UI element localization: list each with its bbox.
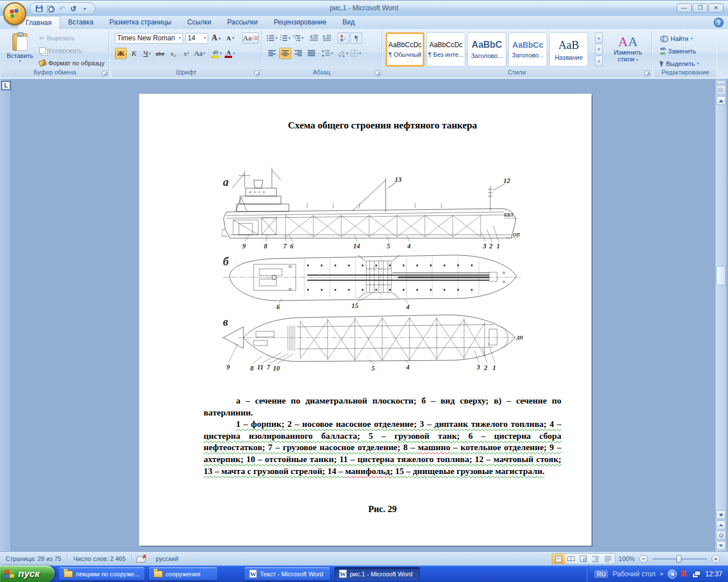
style-item[interactable]: AaBbCЗаголово...	[468, 32, 506, 66]
close-button[interactable]: ✕	[709, 3, 723, 13]
numbering-button[interactable]: ▾	[279, 32, 291, 44]
folder-icon	[64, 571, 73, 577]
decrease-indent-button[interactable]	[308, 32, 320, 44]
style-item[interactable]: АаВНазвание	[549, 32, 588, 66]
clear-formatting-button[interactable]: Aa⌫	[242, 32, 259, 44]
desktop-toolbar[interactable]: Рабочий стол	[613, 570, 655, 578]
scroll-down-arrow[interactable]	[716, 510, 726, 519]
style-item[interactable]: AaBbCcDc¶ Обычный	[386, 32, 424, 66]
align-right-button[interactable]	[292, 48, 304, 59]
hide-icons-button[interactable]: ◄	[668, 569, 677, 579]
taskbar-button[interactable]: WТекст - Microsoft Word	[245, 567, 330, 580]
spellcheck-icon[interactable]	[136, 555, 146, 562]
tab-4[interactable]: Рассылки	[219, 16, 266, 29]
page-indicator[interactable]: Страница: 28 из 75	[0, 554, 67, 564]
scroll-up-arrow[interactable]	[716, 96, 726, 105]
styles-scroll-down[interactable]: ▼	[595, 44, 603, 55]
font-dialog-launcher[interactable]	[254, 70, 260, 76]
document-page[interactable]: Схема общего строения нефтяного танкера	[139, 94, 592, 546]
split-handle[interactable]	[716, 81, 726, 84]
change-case-button[interactable]: Aa▾	[193, 48, 206, 59]
tab-2[interactable]: Разметка страницы	[101, 16, 179, 29]
style-item[interactable]: AaBbCcDc¶ Без инте...	[427, 32, 465, 66]
styles-dialog-launcher[interactable]	[644, 70, 650, 76]
superscript-button[interactable]: x²	[180, 48, 192, 59]
paragraph-dialog-launcher[interactable]	[375, 70, 380, 76]
outline-view-button[interactable]	[590, 554, 602, 564]
italic-button[interactable]: К	[128, 48, 140, 59]
chevron-icon[interactable]: »	[660, 571, 664, 577]
font-size-combo[interactable]: 14▾	[185, 33, 208, 44]
bold-button[interactable]: Ж	[115, 48, 127, 59]
font-color-button[interactable]: А▾	[224, 48, 236, 59]
title-bar: ↶ ↺ ▾ рис.1 - Microsoft Word — ❐ ✕	[0, 0, 728, 16]
styles-scroll-up[interactable]: ▲	[595, 32, 603, 43]
grow-font-button[interactable]: A▲	[210, 32, 222, 44]
style-item[interactable]: AaBbCcЗаголово...	[508, 32, 547, 66]
styles-more-button[interactable]: ⇟	[595, 56, 603, 66]
paste-button[interactable]: Вставить ▾	[5, 32, 35, 68]
underline-button[interactable]: Ч▾	[141, 48, 153, 59]
format-painter-icon	[39, 59, 47, 67]
word-count[interactable]: Число слов: 2 465	[68, 554, 131, 564]
format-painter-button[interactable]: Формат по образцу	[38, 57, 106, 69]
select-browse-object-button[interactable]	[716, 531, 726, 540]
language-indicator[interactable]: русский	[150, 554, 184, 564]
show-marks-button[interactable]: ¶	[350, 32, 362, 44]
tab-5[interactable]: Рецензирование	[266, 16, 334, 29]
zoom-level[interactable]: 100%	[619, 555, 635, 562]
align-center-button[interactable]	[279, 48, 291, 59]
ruler-toggle-button[interactable]	[716, 85, 726, 95]
zoom-in-button[interactable]: +	[712, 555, 720, 563]
restore-button[interactable]: ❐	[693, 3, 708, 13]
zoom-out-button[interactable]: −	[639, 555, 648, 563]
cut-button[interactable]: ✂ Вырезать	[38, 32, 106, 44]
word-icon: W	[339, 569, 347, 578]
clipboard-dialog-launcher[interactable]	[102, 70, 107, 76]
select-button[interactable]: Выделить▾	[659, 58, 701, 69]
sort-button[interactable]: АЯ↓	[337, 32, 349, 44]
borders-button[interactable]: ▾	[350, 48, 362, 59]
line-spacing-button[interactable]: ▾	[321, 48, 334, 59]
multilevel-list-button[interactable]: ▾	[292, 32, 304, 44]
shrink-font-button[interactable]: A▼	[225, 32, 237, 44]
tab-3[interactable]: Ссылки	[179, 16, 219, 29]
zoom-slider[interactable]	[652, 558, 707, 560]
align-left-button[interactable]	[266, 48, 278, 59]
network-tray-icon[interactable]	[692, 571, 701, 577]
bullets-button[interactable]: ▾	[266, 32, 278, 44]
draft-view-button[interactable]	[602, 554, 615, 564]
tab-6[interactable]: Вид	[334, 16, 363, 29]
copy-button[interactable]: Копировать	[38, 45, 106, 56]
svg-text:3: 3	[482, 242, 486, 250]
antivirus-tray-icon[interactable]: K	[681, 569, 688, 579]
change-styles-button[interactable]: АА Изменить стили ▾	[607, 32, 648, 68]
tab-1[interactable]: Вставка	[60, 16, 102, 29]
find-button[interactable]: Найти▾	[659, 33, 701, 44]
scroll-thumb[interactable]	[716, 266, 726, 285]
office-button[interactable]	[3, 2, 26, 25]
help-icon[interactable]: ?	[714, 18, 723, 27]
taskbar-button[interactable]: сооружения	[149, 567, 217, 580]
shading-button[interactable]: ▾	[337, 48, 349, 59]
justify-button[interactable]	[305, 48, 317, 59]
print-layout-view-button[interactable]	[552, 554, 565, 564]
subscript-button[interactable]: x₂	[167, 48, 179, 59]
previous-page-button[interactable]: ⏶	[716, 521, 726, 530]
zoom-slider-handle[interactable]	[676, 555, 681, 563]
reading-view-button[interactable]	[565, 554, 577, 564]
taskbar-button[interactable]: Wрис.1 - Microsoft Word	[334, 567, 420, 580]
tab-stop-selector[interactable]: L	[1, 81, 11, 90]
vertical-scrollbar[interactable]: ⏶ ⏷	[715, 80, 726, 551]
minimize-button[interactable]: —	[677, 3, 692, 13]
strikethrough-button[interactable]: abe	[154, 48, 166, 59]
language-switcher[interactable]: RU	[594, 570, 608, 578]
font-family-combo[interactable]: Times New Roman▾	[115, 33, 183, 44]
highlight-button[interactable]: ab▾	[211, 48, 223, 59]
next-page-button[interactable]: ⏷	[716, 541, 726, 550]
taskbar-button[interactable]: лекциии по сооруже...	[59, 567, 144, 580]
replace-button[interactable]: abacЗаменить	[659, 45, 701, 56]
web-layout-view-button[interactable]	[577, 554, 590, 564]
increase-indent-button[interactable]	[321, 32, 333, 44]
start-button[interactable]: пуск	[0, 566, 55, 582]
